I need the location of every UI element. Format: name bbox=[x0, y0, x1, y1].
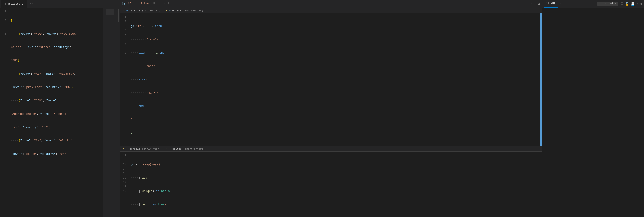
jq-tab-bar: jq 'if . == 0 then' Untitled-1 ··· ⊞ bbox=[120, 0, 542, 8]
dest-editor-1[interactable]: editor bbox=[172, 9, 182, 12]
prev-icon[interactable]: ‹ bbox=[636, 2, 638, 6]
jq-code-section-1[interactable]: jq 'if . == 0 then· ········"zero"· ····… bbox=[129, 13, 540, 146]
jq-tab-sep: Untitled-1 bbox=[153, 2, 169, 5]
left-editor-panel: {} Untitled-3 ··· 1 2 3 4 5 6 [ ····{"co… bbox=[0, 0, 120, 217]
arrow-icon-1b: → bbox=[169, 9, 171, 12]
jq-tab-prefix: jq bbox=[122, 2, 125, 5]
arrow-icon-2b: → bbox=[169, 148, 171, 150]
output-dropdown-label: jq output bbox=[599, 2, 614, 5]
jq-section-1: 1 2 3 4 5 6 7 8 9 jq 'if . == 0 then· ··… bbox=[120, 13, 542, 146]
output-dropdown[interactable]: jq output ▾ bbox=[597, 2, 618, 6]
jq-editor-panel: jq 'if . == 0 then' Untitled-1 ··· ⊞ ⚡ →… bbox=[120, 0, 542, 217]
left-code-content[interactable]: [ ····{"code": "NSW", "name": "New South… bbox=[9, 8, 103, 217]
arrow-icon-1: → bbox=[126, 9, 128, 12]
chevron-down-icon: ▾ bbox=[615, 2, 616, 6]
jq-tab-condition: 'if . == 0 then' bbox=[126, 2, 152, 5]
jq-code-area[interactable]: ⚡ → console (ctrl+enter) | ⚡ → editor (s… bbox=[120, 8, 542, 217]
jq-toolbar-1: ⚡ → console (ctrl+enter) | ⚡ → editor (s… bbox=[120, 8, 542, 13]
output-area bbox=[542, 8, 644, 217]
shortcut-editor-1: (shift+enter) bbox=[183, 9, 203, 12]
output-tab-bar: OUTPUT ··· jq output ▾ ☰ 🔒 💾 ‹ ✕ bbox=[542, 0, 644, 8]
output-tab-label: OUTPUT bbox=[546, 2, 555, 5]
jq-line-numbers-2: 11 12 13 14 15 16 17 18 19 bbox=[120, 152, 129, 217]
jq-tab-title: jq 'if . == 0 then' Untitled-1 bbox=[122, 2, 171, 5]
left-tab-more-button[interactable]: ··· bbox=[28, 2, 38, 6]
section1-scrollbar bbox=[540, 13, 542, 146]
left-tab-bar: {} Untitled-3 ··· bbox=[0, 0, 120, 8]
minimap bbox=[103, 8, 117, 217]
left-code-area[interactable]: 1 2 3 4 5 6 [ ····{"code": "NSW", "name"… bbox=[0, 8, 120, 217]
run-icon-1: ⚡ bbox=[123, 9, 124, 12]
jq-code-section-2[interactable]: jq -r '(map(keys) ····| add· ····| uniqu… bbox=[129, 152, 542, 217]
left-editor-tab[interactable]: {} Untitled-3 bbox=[1, 0, 27, 8]
dest-console-2[interactable]: console bbox=[130, 148, 140, 150]
run-icon-1b: ⚡ bbox=[166, 9, 167, 12]
list-icon[interactable]: ☰ bbox=[620, 2, 624, 6]
save-icon[interactable]: 💾 bbox=[630, 2, 635, 6]
sep-1: | bbox=[162, 9, 164, 12]
left-tab-filename: Untitled-3 bbox=[7, 2, 23, 6]
jq-line-numbers-1: 1 2 3 4 5 6 7 8 9 bbox=[120, 13, 129, 146]
shortcut-console-2: (ctrl+enter) bbox=[142, 148, 160, 150]
left-line-numbers: 1 2 3 4 5 6 bbox=[0, 8, 9, 217]
run-icon-2b: ⚡ bbox=[166, 147, 167, 150]
close-icon[interactable]: ✕ bbox=[640, 2, 642, 6]
dest-console-1[interactable]: console bbox=[130, 9, 140, 12]
left-tab-icon: {} bbox=[3, 3, 6, 5]
sep-2: | bbox=[162, 148, 164, 150]
arrow-icon-2: → bbox=[126, 148, 128, 150]
jq-section-2: 11 12 13 14 15 16 17 18 19 jq -r '(map(k… bbox=[120, 152, 542, 217]
jq-tab-more-button[interactable]: ··· bbox=[530, 2, 536, 6]
shortcut-console-1: (ctrl+enter) bbox=[142, 9, 160, 12]
dest-editor-2[interactable]: editor bbox=[172, 148, 182, 150]
lock-icon[interactable]: 🔒 bbox=[625, 2, 629, 6]
jq-split-button[interactable]: ⊞ bbox=[538, 2, 540, 6]
output-panel: OUTPUT ··· jq output ▾ ☰ 🔒 💾 ‹ ✕ bbox=[542, 0, 644, 217]
left-scrollbar[interactable] bbox=[117, 8, 120, 217]
run-icon-2: ⚡ bbox=[123, 147, 124, 150]
jq-toolbar-2: ⚡ → console (ctrl+enter) | ⚡ → editor (s… bbox=[120, 146, 542, 152]
output-tab-more-button[interactable]: ··· bbox=[558, 2, 566, 6]
output-tab[interactable]: OUTPUT bbox=[544, 0, 558, 8]
output-icons: ☰ 🔒 💾 ‹ ✕ bbox=[620, 2, 642, 6]
shortcut-editor-2: (shift+enter) bbox=[183, 148, 203, 150]
